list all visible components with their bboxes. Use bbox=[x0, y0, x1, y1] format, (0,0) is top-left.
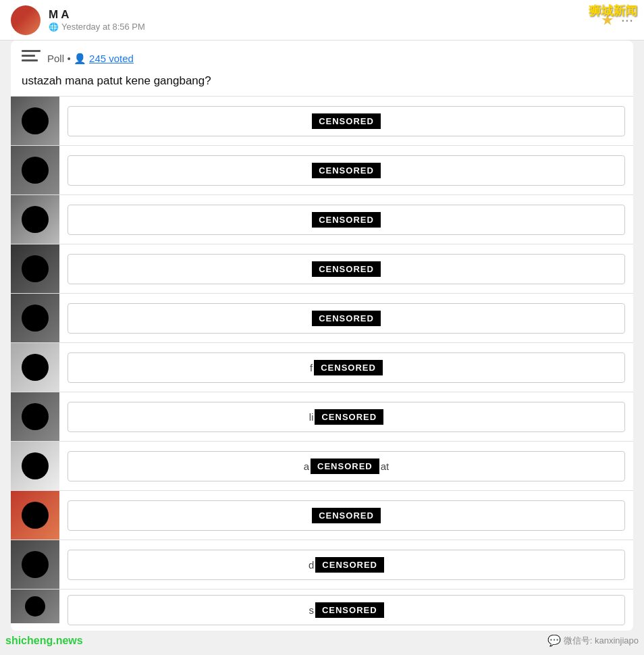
censored-badge-9: CENSORED bbox=[312, 508, 381, 523]
table-row: a CENSORED at bbox=[11, 441, 633, 490]
options-list: CENSORED CENSORED bbox=[11, 96, 633, 631]
partial-text-6-left: f bbox=[310, 362, 313, 373]
partial-text-7-left: li bbox=[309, 411, 314, 423]
censored-badge-6: CENSORED bbox=[314, 360, 383, 375]
option-btn-area-6[interactable]: f CENSORED bbox=[59, 343, 633, 392]
option-thumb-7 bbox=[11, 392, 59, 441]
poll-label: Poll bbox=[47, 53, 64, 64]
top-bar: M A 🌐 Yesterday at 8:56 PM ★ ··· bbox=[0, 0, 644, 41]
table-row: CENSORED bbox=[11, 490, 633, 540]
option-btn-area-9[interactable]: CENSORED bbox=[59, 491, 633, 540]
table-row: d CENSORED bbox=[11, 540, 633, 589]
option-thumb-6 bbox=[11, 343, 59, 392]
avatar bbox=[11, 5, 41, 35]
option-btn-area-2[interactable]: CENSORED bbox=[59, 146, 633, 194]
option-thumb-11 bbox=[11, 590, 59, 623]
censored-badge-11: CENSORED bbox=[315, 602, 384, 618]
table-row: s CENSORED bbox=[11, 589, 633, 631]
watermark-bottom-left: shicheng.news bbox=[5, 635, 83, 647]
censored-badge-7: CENSORED bbox=[315, 409, 383, 425]
option-thumb-9 bbox=[11, 491, 59, 540]
wechat-icon: 💬 bbox=[547, 634, 561, 647]
option-thumb-8 bbox=[11, 442, 59, 490]
table-row: f CENSORED bbox=[11, 342, 633, 392]
poll-question: ustazah mana patut kene gangbang? bbox=[11, 74, 633, 96]
option-btn-area-3[interactable]: CENSORED bbox=[59, 195, 633, 244]
censored-badge-2: CENSORED bbox=[312, 163, 381, 178]
option-thumb-10 bbox=[11, 540, 59, 589]
poll-icon bbox=[22, 49, 41, 69]
option-thumb-3 bbox=[11, 195, 59, 244]
svg-rect-2 bbox=[22, 59, 38, 61]
censored-badge-5: CENSORED bbox=[312, 311, 381, 326]
user-name: M A bbox=[49, 8, 145, 22]
watermark-bottom-right: 💬 微信号: kanxinjiapo bbox=[547, 634, 639, 647]
table-row: CENSORED bbox=[11, 145, 633, 194]
main-container: 狮城新闻 M A 🌐 Yesterday at 8:56 PM ★ ··· bbox=[0, 0, 644, 655]
wechat-handle: 微信号: kanxinjiapo bbox=[564, 635, 639, 647]
table-row: li CENSORED bbox=[11, 392, 633, 441]
globe-icon: 🌐 bbox=[49, 22, 59, 32]
poll-card: Poll • 👤 245 voted ustazah mana patut ke… bbox=[11, 41, 633, 631]
user-meta: 🌐 Yesterday at 8:56 PM bbox=[49, 22, 145, 32]
censored-badge-8: CENSORED bbox=[311, 459, 379, 474]
partial-text-8-left: a bbox=[304, 461, 309, 472]
censored-badge-1: CENSORED bbox=[312, 113, 381, 129]
censored-badge-3: CENSORED bbox=[312, 212, 381, 228]
option-btn-area-7[interactable]: li CENSORED bbox=[59, 392, 633, 441]
option-btn-area-1[interactable]: CENSORED bbox=[59, 97, 633, 145]
option-thumb-1 bbox=[11, 97, 59, 145]
table-row: CENSORED bbox=[11, 96, 633, 145]
partial-text-10-left: d bbox=[308, 559, 314, 571]
poll-dot: • 👤 bbox=[67, 53, 89, 64]
poll-votes[interactable]: 245 voted bbox=[89, 53, 134, 64]
censored-badge-4: CENSORED bbox=[312, 261, 381, 277]
option-thumb-2 bbox=[11, 146, 59, 194]
user-info: M A 🌐 Yesterday at 8:56 PM bbox=[49, 8, 145, 32]
poll-header: Poll • 👤 245 voted bbox=[11, 41, 633, 74]
poll-label-text: Poll • 👤 245 voted bbox=[47, 53, 134, 65]
table-row: CENSORED bbox=[11, 194, 633, 244]
option-btn-area-8[interactable]: a CENSORED at bbox=[59, 442, 633, 490]
partial-text-8-right: at bbox=[381, 461, 390, 472]
option-btn-area-11[interactable]: s CENSORED bbox=[59, 590, 633, 631]
option-thumb-5 bbox=[11, 294, 59, 342]
watermark-top-right: 狮城新闻 bbox=[589, 3, 637, 19]
option-btn-area-4[interactable]: CENSORED bbox=[59, 244, 633, 293]
timestamp: Yesterday at 8:56 PM bbox=[61, 22, 145, 32]
censored-badge-10: CENSORED bbox=[315, 557, 384, 573]
option-btn-area-10[interactable]: d CENSORED bbox=[59, 540, 633, 589]
table-row: CENSORED bbox=[11, 293, 633, 342]
partial-text-11: s bbox=[308, 604, 314, 616]
option-btn-area-5[interactable]: CENSORED bbox=[59, 294, 633, 342]
svg-rect-1 bbox=[22, 55, 35, 57]
option-thumb-4 bbox=[11, 244, 59, 293]
table-row: CENSORED bbox=[11, 244, 633, 293]
svg-rect-0 bbox=[22, 50, 41, 52]
